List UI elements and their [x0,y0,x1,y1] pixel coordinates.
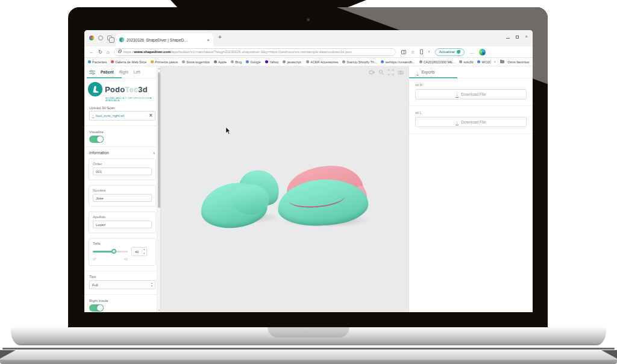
laptop-lid-notch [268,327,349,337]
download-file-button[interactable]: ↓ Download File [415,117,527,127]
url-path: /app/builder/v1/main/latest/?slug=202303… [171,50,352,54]
information-section-header[interactable]: Information ∧ [84,146,160,158]
slider-min: 37 [93,257,96,261]
stepper-arrows: ▴ ▾ [142,248,146,256]
maximize-icon[interactable] [516,36,519,39]
apellido-input[interactable]: Lopez [93,221,152,228]
bookmark-item[interactable]: CA2016021000 ME... [419,60,456,64]
exports-tab[interactable]: ↓ Exports [409,66,533,78]
slider-knob[interactable] [111,249,116,254]
bookmarks-overflow-chevron-icon[interactable]: › [494,60,495,64]
camera-icon[interactable] [398,69,404,75]
tab-left[interactable]: Left [134,70,140,74]
bookmark-icon [246,60,249,63]
split-screen-icon[interactable] [401,50,406,54]
bookmark-label: WO2017177204A1... [481,60,490,64]
browser-window: 20230326_ShapeDiver | ShapeD... × + × ← … [84,30,533,312]
bookmark-item[interactable]: javascript: [283,60,302,64]
exports-panel: ↓ Exports stl R ↓ Download File stl L ↓ … [409,66,533,312]
tab-right[interactable]: Right [119,70,128,74]
back-icon[interactable]: ← [89,49,94,55]
export-group-stl-r: stl R ↓ Download File [409,78,533,106]
talla-stepper[interactable]: 40 ▴ ▾ [131,247,147,256]
talla-slider[interactable] [93,251,128,253]
order-input[interactable]: 001 [93,168,152,175]
parameters-sidebar: Patient Right Left PodoTec3d BIOMECANICA… [84,66,161,312]
fullscreen-icon[interactable] [388,69,394,75]
apellido-label: Apellido [93,215,152,219]
bookmark-item[interactable]: Primeros pasos [151,60,178,64]
bookmark-label: Yahoo [269,60,279,64]
zoom-extents-icon[interactable] [378,69,384,75]
scrollbar-thumb[interactable] [158,72,160,208]
home-icon[interactable]: ⌂ [107,49,110,55]
other-favorites-label[interactable]: Otros favoritos [507,60,529,64]
reload-icon[interactable]: ↻ [98,49,102,55]
clear-upload-icon[interactable]: × [149,113,152,118]
collapse-chevron-icon[interactable]: ∧ [153,151,155,155]
browser-tab[interactable]: 20230326_ShapeDiver | ShapeD... × [116,33,213,46]
send-to-device-icon[interactable] [420,49,423,54]
download-icon: ↓ [456,120,459,124]
favorite-star-icon[interactable]: ☆ [411,49,415,55]
3d-viewport-canvas[interactable] [161,66,409,312]
new-tab-button[interactable]: + [218,34,222,40]
close-icon[interactable]: × [525,35,528,39]
download-file-button[interactable]: ↓ Download File [415,89,527,99]
tab-patient[interactable]: Patient [101,70,114,74]
bookmark-item[interactable]: ACER Accessories [306,60,338,64]
actualizar-button[interactable]: Actualizar [435,48,465,56]
laptop-bottom-edge [0,360,617,364]
bookmark-icon [306,60,309,63]
bookmark-item[interactable]: Startup Shopify Th... [342,60,377,64]
bookmark-item[interactable]: Pacientes [88,60,107,64]
foot-logo-icon [88,82,102,96]
sidebar-scrollbar[interactable]: ▴ ▾ [157,66,160,312]
workspaces-icon[interactable] [89,36,94,40]
edge-browser-icon[interactable] [479,49,486,55]
address-bar[interactable]: https://www.shapediver.com/app/builder/v… [114,48,396,56]
tab-search-icon[interactable] [107,36,112,40]
menu-dots-icon[interactable]: … [469,49,474,55]
toggle-knob [97,136,103,142]
logo-podo: Podo [105,85,125,94]
export-label: stl L [415,111,527,115]
tipo-select[interactable]: Full ▴ ▾ [89,280,155,289]
upload-label: Upload 3d Scan [89,106,155,110]
bookmark-item[interactable]: Apple [214,60,227,64]
bookmark-label: solu3d [463,60,473,64]
bookmark-item[interactable]: Bing [231,60,242,64]
bookmark-item[interactable]: solu3d [459,60,473,64]
bookmark-item[interactable]: Yahoo [265,60,279,64]
bookmark-item[interactable]: wehttps://unsandb... [381,60,415,64]
reset-view-icon[interactable] [369,69,375,75]
bookmark-icon [231,60,234,63]
nombre-input[interactable]: Jose [93,194,152,202]
profile-icon[interactable] [98,36,103,40]
actualizar-label: Actualizar [439,50,455,54]
order-field-card: Order 001 [89,158,156,180]
visualize-toggle[interactable] [89,136,104,143]
bookmarks-overflow: › Otros favoritos [490,60,529,64]
bookmark-icon [381,60,384,63]
active-tab-underline [87,77,122,78]
information-label: Information [89,151,109,155]
bookmark-item[interactable]: Google [246,60,261,64]
bookmark-item[interactable]: WO2017177204A1... [477,60,490,64]
bookmark-label: javascript: [287,60,302,64]
right-insole-toggle[interactable] [89,304,104,312]
talla-field-card: Talla 40 ▴ ▾ [89,238,156,266]
bookmark-label: wehttps://unsandb... [385,60,415,64]
bookmark-item[interactable]: Galería de Web Slice [111,60,146,64]
folder-icon [500,60,504,63]
upload-scan-input[interactable]: ↑ foot_cust_right.stl × [89,111,155,121]
bookmark-label: Pacientes [92,60,107,64]
bookmark-label: Primeros pasos [155,60,178,64]
nombre-field-card: Nombre Jose [89,185,156,207]
minimize-icon[interactable] [506,38,510,39]
tab-close-icon[interactable]: × [207,37,210,43]
stepper-down-icon[interactable]: ▾ [142,252,146,256]
bookmark-item[interactable]: Sitios sugeridos [182,60,210,64]
logo-3d: 3d [138,85,148,94]
downloads-icon[interactable]: ↑ [428,49,430,55]
